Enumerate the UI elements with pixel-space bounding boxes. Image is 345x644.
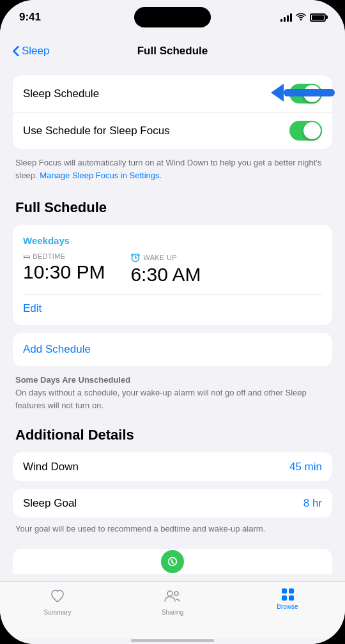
- bedtime-label: 🛏 BEDTIME: [23, 252, 105, 260]
- svg-point-3: [167, 591, 172, 596]
- tab-summary[interactable]: Summary: [0, 588, 115, 616]
- wakeup-value: 6:30 AM: [130, 264, 201, 285]
- battery-icon: [310, 13, 326, 22]
- add-schedule-button[interactable]: Add Schedule: [13, 333, 332, 366]
- status-icons: [280, 12, 326, 22]
- wind-down-row[interactable]: Wind Down 45 min: [13, 452, 332, 481]
- full-schedule-header: Full Schedule: [13, 195, 332, 217]
- wind-down-card: Wind Down 45 min: [13, 452, 332, 481]
- sleep-goal-label: Sleep Goal: [23, 497, 77, 510]
- people-icon: [164, 588, 181, 606]
- schedule-card: Weekdays 🛏 BEDTIME 10:30 PM: [13, 225, 332, 325]
- bedtime-value: 10:30 PM: [23, 261, 105, 282]
- sleep-goal-row[interactable]: Sleep Goal 8 hr: [13, 489, 332, 518]
- arrow-annotation: [271, 84, 335, 102]
- sleep-goal-value: 8 hr: [303, 497, 322, 510]
- svg-point-4: [174, 592, 178, 595]
- edit-button[interactable]: Edit: [23, 295, 322, 315]
- sleep-focus-row: Use Schedule for Sleep Focus: [13, 112, 332, 149]
- alarm-icon: [130, 252, 141, 263]
- tab-browse-label: Browse: [277, 603, 298, 610]
- tab-browse[interactable]: Browse: [230, 588, 345, 610]
- dynamic-island: [134, 7, 211, 27]
- unscheduled-notice: Some Days Are Unscheduled On days withou…: [13, 374, 332, 415]
- sleep-focus-description: Sleep Focus will automatically turn on a…: [13, 153, 332, 188]
- tab-summary-label: Summary: [44, 609, 72, 616]
- wakeup-label: WAKE UP: [130, 252, 201, 263]
- schedule-day-label: Weekdays: [23, 235, 322, 246]
- wind-down-value: 45 min: [289, 461, 322, 473]
- tab-bar: Summary Sharing: [0, 581, 345, 639]
- home-indicator: [0, 639, 345, 644]
- scroll-content: Sleep Schedule Use Schedule for Sleep Fo…: [0, 68, 345, 581]
- wakeup-block: WAKE UP 6:30 AM: [130, 252, 201, 285]
- sleep-goal-card: Sleep Goal 8 hr: [13, 489, 332, 518]
- wifi-icon: [296, 12, 306, 22]
- manage-sleep-focus-link[interactable]: Manage Sleep Focus in Settings.: [40, 171, 162, 180]
- sleep-focus-toggle[interactable]: [289, 121, 322, 141]
- additional-details-header: Additional Details: [13, 423, 332, 445]
- heart-icon: [50, 588, 65, 606]
- partial-card: [13, 549, 332, 574]
- sleep-schedule-label: Sleep Schedule: [23, 88, 99, 100]
- status-time: 9:41: [19, 11, 41, 24]
- browse-icon: [282, 588, 294, 601]
- unscheduled-description: On days without a schedule, your wake-up…: [15, 387, 330, 411]
- status-bar: 9:41: [0, 0, 345, 34]
- back-button[interactable]: Sleep: [13, 45, 49, 57]
- unscheduled-title: Some Days Are Unscheduled: [15, 375, 330, 385]
- green-circle-icon: [161, 550, 184, 573]
- bedtime-icon: 🛏: [23, 252, 30, 260]
- navigation-bar: Sleep Full Schedule: [0, 34, 345, 68]
- sleep-goal-description: Your goal will be used to recommend a be…: [13, 520, 332, 542]
- signal-icon: [280, 13, 292, 22]
- page-title: Full Schedule: [137, 45, 208, 57]
- tab-sharing-label: Sharing: [162, 609, 183, 616]
- bedtime-block: 🛏 BEDTIME 10:30 PM: [23, 252, 105, 282]
- wind-down-label: Wind Down: [23, 461, 79, 473]
- tab-sharing[interactable]: Sharing: [115, 588, 230, 616]
- schedule-times: 🛏 BEDTIME 10:30 PM: [23, 252, 322, 295]
- sleep-focus-label: Use Schedule for Sleep Focus: [23, 125, 170, 137]
